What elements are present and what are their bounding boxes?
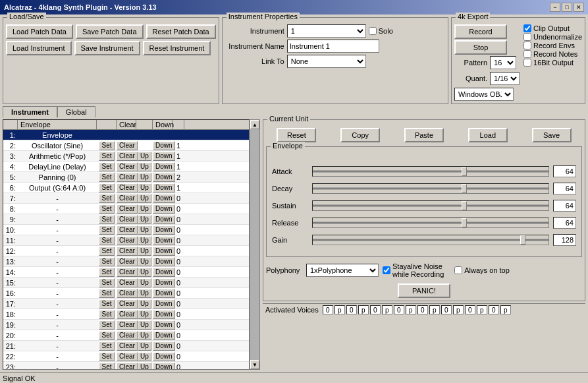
down-btn[interactable]: Down xyxy=(153,352,175,361)
set-btn[interactable]: Set xyxy=(99,268,114,277)
set-btn[interactable]: Set xyxy=(99,363,114,370)
down-btn[interactable]: Down xyxy=(153,204,175,214)
row-set[interactable]: Set xyxy=(97,152,117,161)
set-btn[interactable]: Set xyxy=(99,310,114,319)
down-btn[interactable]: Down xyxy=(153,173,175,182)
attack-thumb[interactable] xyxy=(462,167,467,176)
row-down[interactable]: Down xyxy=(153,194,173,203)
save-instrument-button[interactable]: Save Instrument xyxy=(74,41,140,55)
down-btn[interactable]: Down xyxy=(153,278,175,287)
row-down[interactable]: Down xyxy=(153,310,173,319)
row-up[interactable]: Up xyxy=(136,173,153,182)
list-row[interactable]: 23: - Set Clear Up Down 0 xyxy=(3,362,249,369)
set-btn[interactable]: Set xyxy=(99,173,114,182)
down-btn[interactable]: Down xyxy=(153,141,175,150)
clear-btn[interactable]: Clear xyxy=(117,141,138,150)
set-btn[interactable]: Set xyxy=(99,331,114,340)
list-row[interactable]: 6: Output (G:64 A:0) Set Clear Up Down 1 xyxy=(3,183,249,193)
row-clear[interactable]: Clear xyxy=(117,183,136,192)
up-btn[interactable]: Up xyxy=(138,363,151,370)
down-btn[interactable]: Down xyxy=(153,341,175,351)
sustain-thumb[interactable] xyxy=(462,201,467,210)
list-row[interactable]: 10: - Set Clear Up Down 0 xyxy=(3,225,249,235)
set-btn[interactable]: Set xyxy=(99,341,114,351)
sustain-slider[interactable] xyxy=(312,200,549,211)
row-down[interactable]: Down xyxy=(153,299,173,309)
row-clear[interactable]: Clear xyxy=(117,152,136,161)
clear-btn[interactable]: Clear xyxy=(117,152,138,161)
row-down[interactable]: Down xyxy=(153,247,173,256)
reset-button[interactable]: Reset xyxy=(277,128,316,142)
up-btn[interactable]: Up xyxy=(138,299,151,309)
row-set[interactable]: Set xyxy=(97,320,117,330)
set-btn[interactable]: Set xyxy=(99,162,114,171)
up-btn[interactable]: Up xyxy=(138,352,151,361)
row-clear[interactable]: Clear xyxy=(117,257,136,266)
row-up[interactable]: Up xyxy=(136,352,153,361)
row-down[interactable]: Down xyxy=(153,141,173,150)
list-row[interactable]: 14: - Set Clear Up Down 0 xyxy=(3,267,249,278)
row-set[interactable]: Set xyxy=(97,331,117,340)
row-clear[interactable]: Clear xyxy=(117,278,136,287)
quant-select[interactable]: 1/16 xyxy=(490,72,520,85)
row-set[interactable]: Set xyxy=(97,289,117,298)
stayalive-checkbox[interactable] xyxy=(383,266,390,274)
row-up[interactable]: Up xyxy=(136,152,153,161)
output-select[interactable]: Windows OBJ xyxy=(454,88,514,101)
save-patch-button[interactable]: Save Patch Data xyxy=(76,24,144,39)
row-up[interactable]: Up xyxy=(136,310,153,319)
set-btn[interactable]: Set xyxy=(99,215,114,224)
row-down[interactable]: Down xyxy=(153,183,173,192)
up-btn[interactable]: Up xyxy=(138,225,151,235)
clear-btn[interactable]: Clear xyxy=(117,268,138,277)
list-row[interactable]: 13: - Set Clear Up Down 0 xyxy=(3,256,249,267)
row-down[interactable]: Down xyxy=(153,363,173,370)
row-clear[interactable]: Clear xyxy=(117,352,136,361)
row-clear[interactable]: Clear xyxy=(117,141,136,150)
set-btn[interactable]: Set xyxy=(99,152,114,161)
clear-btn[interactable]: Clear xyxy=(117,299,138,309)
down-btn[interactable]: Down xyxy=(153,162,175,171)
row-set[interactable]: Set xyxy=(97,183,117,192)
row-down[interactable]: Down xyxy=(153,236,173,245)
load-instrument-button[interactable]: Load Instrument xyxy=(6,41,72,55)
list-row[interactable]: 2: Oscillator (Sine) Set Clear Down 1 xyxy=(3,140,249,151)
tab-global[interactable]: Global xyxy=(57,106,95,117)
list-row[interactable]: 20: - Set Clear Up Down 0 xyxy=(3,330,249,341)
clear-btn[interactable]: Clear xyxy=(117,363,138,370)
link-to-select[interactable]: None xyxy=(287,55,366,68)
row-clear[interactable]: Clear xyxy=(117,236,136,245)
list-row[interactable]: 11: - Set Clear Up Down 0 xyxy=(3,235,249,246)
list-row[interactable]: 7: - Set Clear Up Down 0 xyxy=(3,193,249,204)
row-set[interactable]: Set xyxy=(97,341,117,351)
row-down[interactable]: Down xyxy=(153,162,173,171)
row-clear[interactable]: Clear xyxy=(117,363,136,370)
set-btn[interactable]: Set xyxy=(99,257,114,266)
clear-btn[interactable]: Clear xyxy=(117,352,138,361)
row-up[interactable]: Up xyxy=(136,320,153,330)
clear-btn[interactable]: Clear xyxy=(117,331,138,340)
clear-btn[interactable]: Clear xyxy=(117,289,138,298)
down-btn[interactable]: Down xyxy=(153,289,175,298)
stop-button[interactable]: Stop xyxy=(454,40,507,55)
list-row[interactable]: 9: - Set Clear Up Down 0 xyxy=(3,214,249,225)
up-btn[interactable]: Up xyxy=(138,289,151,298)
row-up[interactable]: Up xyxy=(136,341,153,351)
close-button[interactable]: ✕ xyxy=(574,3,584,12)
gain-slider[interactable] xyxy=(312,235,549,245)
row-up[interactable]: Up xyxy=(136,299,153,309)
clear-btn[interactable]: Clear xyxy=(117,183,138,192)
row-clear[interactable]: Clear xyxy=(117,225,136,235)
set-btn[interactable]: Set xyxy=(99,247,114,256)
tab-instrument[interactable]: Instrument xyxy=(3,106,57,118)
row-set[interactable]: Set xyxy=(97,173,117,182)
row-clear[interactable]: Clear xyxy=(117,194,136,203)
polyphony-select[interactable]: 1xPolyphone xyxy=(306,264,379,277)
down-btn[interactable]: Down xyxy=(153,183,175,192)
up-btn[interactable]: Up xyxy=(138,320,151,330)
row-set[interactable]: Set xyxy=(97,162,117,171)
clear-btn[interactable]: Clear xyxy=(117,194,138,203)
list-row[interactable]: 8: - Set Clear Up Down 0 xyxy=(3,204,249,214)
down-btn[interactable]: Down xyxy=(153,331,175,340)
pattern-select[interactable]: 16 xyxy=(490,56,516,69)
